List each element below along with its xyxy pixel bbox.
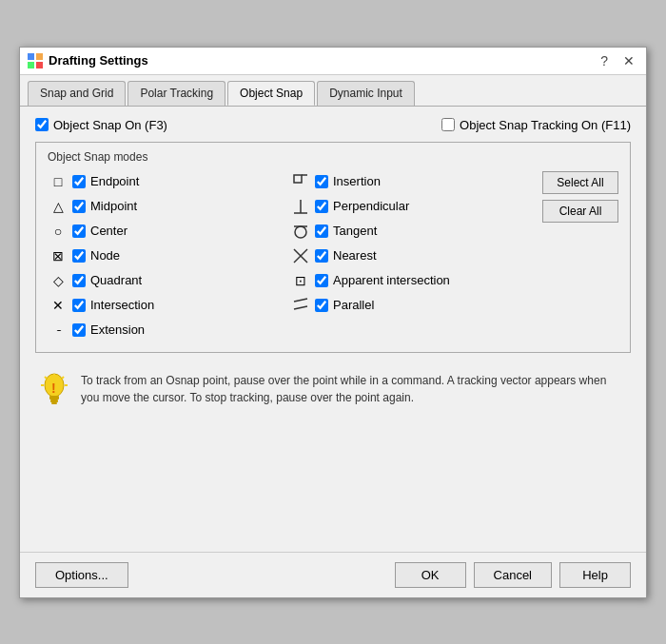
tangent-icon: [290, 221, 311, 242]
svg-line-19: [45, 377, 47, 379]
svg-rect-2: [28, 62, 34, 68]
endpoint-icon: □: [48, 171, 69, 192]
node-input[interactable]: [72, 249, 86, 263]
parallel-checkbox[interactable]: Parallel: [315, 298, 374, 312]
svg-point-8: [295, 226, 306, 238]
midpoint-icon: △: [48, 196, 69, 217]
object-snap-tracking-checkbox[interactable]: Object Snap Tracking On (F11): [441, 118, 631, 132]
object-snap-on-checkbox[interactable]: Object Snap On (F3): [35, 118, 167, 132]
snap-modes-columns: □ Endpoint △ Midpoint: [48, 171, 618, 341]
footer-left: Options...: [35, 562, 128, 588]
snap-apparent-intersection: ⊡ Apparent intersection: [290, 270, 533, 291]
nearest-icon: [290, 245, 311, 266]
nearest-input[interactable]: [315, 249, 328, 263]
apparent-intersection-icon: ⊡: [290, 270, 311, 291]
help-button[interactable]: ?: [597, 53, 612, 68]
snap-perpendicular: Perpendicular: [290, 196, 533, 217]
info-text: To track from an Osnap point, pause over…: [81, 372, 627, 406]
endpoint-input[interactable]: [72, 175, 86, 188]
tab-object-snap[interactable]: Object Snap: [227, 81, 315, 106]
intersection-input[interactable]: [72, 299, 86, 312]
svg-rect-0: [28, 53, 34, 60]
snap-node: ⊠ Node: [48, 245, 290, 266]
extension-icon: ---: [48, 320, 69, 341]
snap-col-left: □ Endpoint △ Midpoint: [48, 171, 290, 341]
apparent-intersection-checkbox[interactable]: Apparent intersection: [315, 273, 450, 287]
insertion-input[interactable]: [315, 175, 328, 188]
select-all-button[interactable]: Select All: [542, 171, 618, 194]
svg-rect-17: [51, 402, 57, 404]
snap-parallel: Parallel: [290, 295, 533, 316]
quadrant-icon: ◇: [48, 270, 69, 291]
extension-input[interactable]: [72, 323, 86, 337]
object-snap-on-input[interactable]: [35, 118, 49, 131]
center-input[interactable]: [72, 224, 86, 238]
snap-quadrant: ◇ Quadrant: [48, 270, 290, 291]
svg-rect-3: [36, 62, 43, 68]
object-snap-tracking-input[interactable]: [441, 118, 455, 131]
tab-bar: Snap and Grid Polar Tracking Object Snap…: [20, 75, 646, 107]
svg-rect-4: [294, 175, 302, 183]
info-box: ! To track from an Osnap point, pause ov…: [35, 364, 631, 424]
quadrant-input[interactable]: [72, 274, 86, 287]
svg-rect-1: [36, 53, 43, 60]
svg-rect-15: [49, 396, 59, 400]
svg-rect-16: [50, 400, 58, 402]
intersection-icon: ✕: [48, 295, 69, 316]
snap-modes-legend: Object Snap modes: [48, 150, 618, 164]
perpendicular-input[interactable]: [315, 200, 328, 213]
tab-content: Object Snap On (F3) Object Snap Tracking…: [20, 107, 646, 552]
snap-col-right: Insertion Perpendicular: [290, 171, 533, 341]
snap-center: ○ Center: [48, 221, 290, 242]
apparent-intersection-input[interactable]: [315, 274, 328, 287]
endpoint-checkbox[interactable]: Endpoint: [72, 174, 139, 188]
snap-tangent: Tangent: [290, 221, 533, 242]
center-icon: ○: [48, 221, 69, 242]
tab-polar-tracking[interactable]: Polar Tracking: [127, 81, 225, 106]
tab-dynamic-input[interactable]: Dynamic Input: [317, 81, 415, 106]
parallel-icon: [290, 295, 311, 316]
node-icon: ⊠: [48, 245, 69, 266]
tab-snap-grid[interactable]: Snap and Grid: [28, 81, 126, 106]
svg-line-20: [62, 377, 64, 379]
svg-text:!: !: [51, 381, 56, 396]
options-button[interactable]: Options...: [35, 562, 128, 588]
help-footer-button[interactable]: Help: [559, 562, 631, 588]
drafting-settings-dialog: Drafting Settings ? ✕ Snap and Grid Pola…: [19, 47, 647, 598]
title-controls: ? ✕: [597, 53, 638, 68]
perpendicular-icon: [290, 196, 311, 217]
center-checkbox[interactable]: Center: [72, 224, 127, 238]
cancel-button[interactable]: Cancel: [474, 562, 552, 588]
insertion-checkbox[interactable]: Insertion: [315, 174, 381, 188]
footer-right: OK Cancel Help: [395, 562, 631, 588]
extension-checkbox[interactable]: Extension: [72, 322, 145, 337]
clear-all-button[interactable]: Clear All: [542, 200, 618, 223]
snap-endpoint: □ Endpoint: [48, 171, 290, 192]
node-checkbox[interactable]: Node: [72, 248, 120, 263]
midpoint-input[interactable]: [72, 200, 86, 213]
quadrant-checkbox[interactable]: Quadrant: [72, 273, 142, 287]
snap-midpoint: △ Midpoint: [48, 196, 290, 217]
top-checkboxes: Object Snap On (F3) Object Snap Tracking…: [35, 118, 631, 132]
app-icon: [28, 53, 43, 68]
tangent-input[interactable]: [315, 224, 328, 238]
midpoint-checkbox[interactable]: Midpoint: [72, 199, 137, 213]
svg-line-13: [294, 306, 307, 309]
snap-insertion: Insertion: [290, 171, 533, 192]
intersection-checkbox[interactable]: Intersection: [72, 298, 154, 312]
snap-intersection: ✕ Intersection: [48, 295, 290, 316]
perpendicular-checkbox[interactable]: Perpendicular: [315, 199, 409, 213]
ok-button[interactable]: OK: [395, 562, 466, 588]
nearest-checkbox[interactable]: Nearest: [315, 248, 377, 263]
snap-modes-group: Object Snap modes □ Endpoint △: [35, 142, 631, 353]
insertion-icon: [290, 171, 311, 192]
tangent-checkbox[interactable]: Tangent: [315, 224, 377, 238]
title-bar: Drafting Settings ? ✕: [20, 48, 646, 75]
svg-line-12: [294, 299, 307, 302]
snap-buttons-col: Select All Clear All: [533, 171, 618, 341]
snap-nearest: Nearest: [290, 245, 533, 266]
close-button[interactable]: ✕: [619, 53, 638, 68]
parallel-input[interactable]: [315, 299, 328, 312]
lightbulb-icon: !: [39, 372, 69, 417]
footer: Options... OK Cancel Help: [20, 552, 646, 597]
